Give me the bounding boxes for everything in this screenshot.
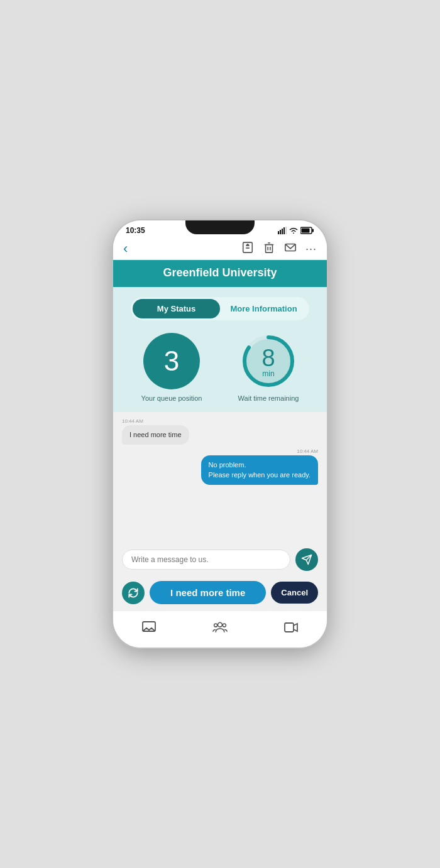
status-time: 10:35 — [126, 226, 145, 235]
svg-rect-0 — [278, 231, 279, 234]
notch — [185, 220, 255, 234]
team-icon — [212, 620, 228, 635]
wait-time-unit: min — [262, 369, 274, 378]
toolbar-actions: ··· — [241, 241, 317, 256]
svg-rect-1 — [280, 230, 281, 234]
send-button[interactable] — [295, 548, 318, 571]
nav-chat[interactable] — [138, 616, 160, 639]
msg-time-2: 10:44 AM — [297, 448, 318, 454]
signal-icon — [278, 227, 287, 234]
send-icon — [301, 554, 312, 565]
delete-button[interactable] — [263, 241, 275, 256]
chat-icon — [141, 620, 157, 635]
wait-time-label: Wait time remaining — [238, 394, 299, 402]
tab-my-status[interactable]: My Status — [133, 299, 220, 318]
message-row-1: 10:44 AM I need more time — [122, 418, 318, 445]
back-button[interactable]: ‹ — [123, 241, 128, 257]
phone-frame: 10:35 ‹ — [113, 220, 327, 648]
app-title: Greenfield University — [163, 266, 277, 279]
toolbar: ‹ — [113, 238, 327, 260]
svg-rect-4 — [285, 227, 287, 234]
svg-rect-6 — [312, 229, 314, 232]
wait-time-item: 8 min Wait time remaining — [238, 333, 299, 402]
wait-time-number: 8 — [261, 345, 275, 372]
nav-video[interactable] — [280, 616, 302, 639]
refresh-button[interactable] — [122, 582, 145, 604]
app-header: Greenfield University — [113, 260, 327, 287]
svg-rect-8 — [243, 242, 253, 252]
svg-point-26 — [223, 624, 226, 627]
video-icon — [283, 620, 299, 635]
status-area: 3 Your queue position 8 — [113, 327, 327, 412]
quick-action-row: I need more time Cancel — [113, 576, 327, 610]
svg-point-25 — [214, 624, 217, 627]
msg-text-2: No problem.Please reply when you are rea… — [209, 461, 311, 478]
svg-rect-3 — [283, 227, 285, 234]
bottom-nav — [113, 610, 327, 648]
tab-more-info[interactable]: More Information — [220, 299, 307, 318]
message-input-row — [113, 543, 327, 576]
quick-message-button[interactable]: I need more time — [150, 581, 266, 604]
msg-bubble-2: No problem.Please reply when you are rea… — [201, 455, 318, 485]
queue-position-circle: 3 — [143, 333, 200, 389]
wait-time-circle: 8 min — [240, 333, 297, 389]
battery-icon — [300, 227, 314, 234]
svg-point-24 — [218, 622, 223, 627]
chat-area: 10:44 AM I need more time 10:44 AM No pr… — [113, 412, 327, 543]
svg-rect-2 — [282, 229, 283, 234]
nav-team[interactable] — [209, 616, 231, 639]
status-icons — [278, 227, 314, 234]
svg-rect-14 — [266, 244, 273, 252]
msg-text-1: I need more time — [129, 431, 182, 438]
queue-position-label: Your queue position — [141, 394, 202, 402]
message-row-2: 10:44 AM No problem.Please reply when yo… — [122, 448, 318, 485]
wifi-icon — [289, 227, 298, 234]
queue-position-number: 3 — [164, 345, 179, 377]
refresh-icon — [127, 587, 140, 599]
status-circles: 3 Your queue position 8 — [123, 333, 317, 402]
cancel-button[interactable]: Cancel — [271, 582, 318, 604]
tab-switcher: My Status More Information — [131, 297, 309, 320]
mail-button[interactable] — [284, 241, 297, 256]
svg-rect-27 — [285, 623, 294, 632]
more-button[interactable]: ··· — [305, 242, 317, 256]
queue-position-item: 3 Your queue position — [141, 333, 202, 402]
msg-time-1: 10:44 AM — [122, 418, 143, 424]
msg-bubble-1: I need more time — [122, 425, 189, 445]
wait-time-inner: 8 min — [261, 345, 275, 378]
svg-rect-7 — [302, 229, 310, 233]
message-input[interactable] — [122, 550, 290, 570]
add-button[interactable] — [241, 241, 254, 256]
